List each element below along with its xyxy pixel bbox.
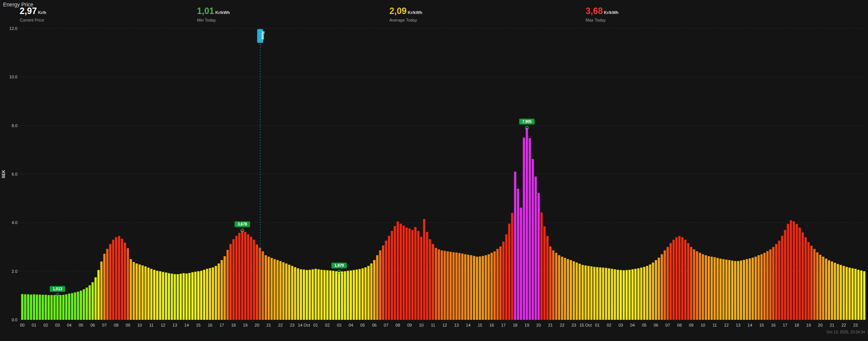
price-bar[interactable]	[652, 263, 654, 320]
price-bar[interactable]	[772, 247, 775, 320]
price-bar[interactable]	[567, 259, 569, 320]
price-bar[interactable]	[235, 236, 237, 320]
price-bar[interactable]	[505, 234, 507, 320]
price-bar[interactable]	[347, 271, 349, 320]
price-bar[interactable]	[39, 294, 41, 320]
price-bar[interactable]	[517, 189, 519, 320]
price-bar[interactable]	[338, 272, 340, 320]
price-bar[interactable]	[637, 268, 640, 320]
price-bar[interactable]	[71, 293, 73, 320]
price-bar[interactable]	[634, 269, 637, 320]
price-bar[interactable]	[294, 267, 296, 320]
price-bar[interactable]	[406, 227, 408, 320]
price-bar[interactable]	[681, 237, 684, 320]
price-bar[interactable]	[631, 269, 634, 320]
price-bar[interactable]	[77, 292, 79, 320]
price-bar[interactable]	[640, 268, 642, 320]
price-bar[interactable]	[86, 288, 88, 320]
price-bar[interactable]	[250, 237, 252, 320]
price-bar[interactable]	[590, 266, 592, 320]
price-bar[interactable]	[576, 263, 578, 320]
price-bar[interactable]	[141, 265, 144, 320]
price-bar[interactable]	[244, 232, 246, 320]
price-bar[interactable]	[65, 294, 67, 320]
price-bar[interactable]	[306, 270, 308, 320]
price-bar[interactable]	[743, 260, 745, 320]
price-bar[interactable]	[191, 272, 194, 320]
price-bar[interactable]	[414, 227, 417, 320]
price-bar[interactable]	[124, 243, 126, 320]
price-bar[interactable]	[605, 268, 607, 320]
price-bar[interactable]	[857, 270, 860, 320]
price-bar[interactable]	[221, 260, 223, 320]
price-bar[interactable]	[397, 221, 399, 320]
price-bar[interactable]	[335, 271, 337, 320]
price-bar[interactable]	[793, 221, 795, 320]
price-bar[interactable]	[587, 266, 590, 320]
price-bar[interactable]	[555, 253, 557, 320]
price-bar[interactable]	[432, 244, 434, 320]
price-bar[interactable]	[162, 272, 164, 320]
price-bar[interactable]	[420, 237, 422, 320]
price-bar[interactable]	[511, 213, 513, 320]
price-bar[interactable]	[450, 252, 452, 320]
price-bar[interactable]	[828, 260, 830, 320]
price-bar[interactable]	[423, 219, 425, 320]
price-bar[interactable]	[453, 252, 455, 320]
price-bar[interactable]	[276, 260, 279, 320]
price-bar[interactable]	[95, 277, 97, 320]
price-bar[interactable]	[599, 267, 601, 320]
price-bar[interactable]	[705, 255, 707, 320]
price-bar[interactable]	[549, 246, 552, 320]
price-bar[interactable]	[370, 263, 372, 320]
price-bar[interactable]	[56, 295, 59, 320]
price-bar[interactable]	[308, 270, 311, 320]
price-bar[interactable]	[259, 248, 261, 320]
price-bar[interactable]	[109, 244, 112, 320]
price-bar[interactable]	[417, 231, 420, 320]
price-bar[interactable]	[819, 255, 822, 320]
price-bar[interactable]	[238, 233, 240, 320]
price-bar[interactable]	[584, 265, 587, 320]
price-bar[interactable]	[831, 262, 833, 320]
price-bar[interactable]	[646, 266, 648, 320]
price-bar[interactable]	[367, 266, 370, 320]
price-bar[interactable]	[719, 258, 722, 320]
price-bar[interactable]	[784, 230, 786, 320]
price-bar[interactable]	[103, 254, 105, 320]
price-bar[interactable]	[740, 260, 742, 320]
price-bar[interactable]	[344, 271, 346, 320]
price-bar[interactable]	[332, 271, 335, 320]
price-bar[interactable]	[177, 274, 179, 320]
price-bar[interactable]	[329, 271, 332, 320]
price-bar[interactable]	[822, 257, 824, 320]
price-bar[interactable]	[223, 256, 226, 320]
price-bar[interactable]	[666, 247, 669, 320]
price-bar[interactable]	[53, 295, 56, 320]
price-bar[interactable]	[203, 270, 205, 320]
price-bar[interactable]	[573, 261, 575, 320]
price-bar[interactable]	[144, 266, 147, 320]
price-bar[interactable]	[279, 261, 282, 320]
price-bar[interactable]	[174, 274, 176, 320]
price-bar[interactable]	[171, 274, 173, 320]
price-bar[interactable]	[848, 268, 851, 320]
price-bar[interactable]	[426, 232, 428, 320]
price-bar[interactable]	[358, 269, 361, 320]
price-bar[interactable]	[496, 249, 499, 320]
price-bar[interactable]	[734, 261, 736, 320]
price-bar[interactable]	[443, 251, 446, 320]
price-bar[interactable]	[523, 138, 525, 320]
price-bar[interactable]	[376, 255, 378, 320]
price-bar[interactable]	[303, 269, 305, 320]
price-bar[interactable]	[608, 268, 610, 320]
price-bar[interactable]	[165, 272, 167, 320]
price-bar[interactable]	[411, 230, 414, 320]
price-bar[interactable]	[708, 256, 710, 320]
price-bar[interactable]	[578, 264, 581, 320]
price-bar[interactable]	[690, 247, 692, 320]
price-bar[interactable]	[482, 256, 484, 320]
price-bar[interactable]	[394, 226, 396, 320]
price-bar[interactable]	[810, 246, 812, 320]
price-bar[interactable]	[197, 271, 200, 320]
